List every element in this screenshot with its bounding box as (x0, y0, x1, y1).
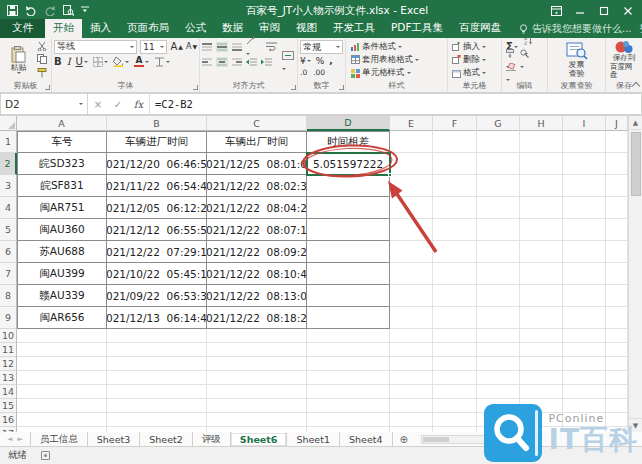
cell-H13[interactable] (520, 371, 563, 385)
cell-I4[interactable] (563, 197, 606, 219)
borders-button[interactable] (93, 57, 108, 67)
copy-icon[interactable] (37, 54, 47, 64)
cell-G2[interactable] (477, 153, 520, 175)
cell-C3[interactable]: 2021/12/22 08:02:33 (207, 175, 307, 197)
sheet-nav-right-icon[interactable]: ► (17, 435, 22, 443)
cell-F14[interactable] (433, 385, 477, 399)
cell-C4[interactable]: 2021/12/22 08:04:29 (207, 197, 307, 219)
ribbon-tab-8[interactable]: 开发工具 (325, 19, 383, 38)
cell-C13[interactable] (207, 371, 307, 385)
decrease-decimal-button[interactable]: .00 (313, 68, 325, 77)
cell-C9[interactable]: 2021/12/22 08:18:27 (207, 307, 307, 329)
qat-customize-icon[interactable] (81, 6, 89, 15)
cell-F7[interactable] (433, 263, 477, 285)
bold-button[interactable]: B (54, 56, 62, 67)
phonetic-guide-button[interactable] (154, 56, 170, 67)
row-header-4[interactable]: 4 (0, 197, 17, 219)
cell-H14[interactable] (520, 385, 563, 399)
cell-B13[interactable] (107, 371, 207, 385)
sheet-tab-员工信息[interactable]: 员工信息 (30, 432, 88, 446)
cell-I6[interactable] (563, 241, 606, 263)
column-header-G[interactable]: G (477, 116, 520, 131)
cell-D5[interactable] (307, 219, 390, 241)
cell-D9[interactable] (307, 307, 390, 329)
cell-A10[interactable] (17, 329, 107, 343)
cell-E12[interactable] (390, 357, 433, 371)
align-center-icon[interactable] (216, 57, 228, 67)
enter-icon[interactable]: ✓ (114, 99, 122, 110)
increase-indent-icon[interactable] (261, 58, 272, 66)
redo-icon[interactable] (44, 6, 56, 16)
cell-F5[interactable] (433, 219, 477, 241)
cell-E4[interactable] (390, 197, 433, 219)
cell-B15[interactable] (107, 399, 207, 413)
name-box[interactable]: D2 (0, 93, 88, 115)
row-header-11[interactable]: 11 (0, 343, 17, 357)
cell-B11[interactable] (107, 343, 207, 357)
vertical-scroll-thumb[interactable] (631, 132, 641, 196)
alignment-dialog-launcher[interactable] (291, 85, 296, 90)
format-painter-icon[interactable] (37, 68, 47, 78)
cell-G11[interactable] (477, 343, 520, 357)
column-header-A[interactable]: A (17, 116, 107, 131)
cell-C1[interactable]: 车辆出厂时间 (207, 131, 307, 153)
cell-I14[interactable] (563, 385, 606, 399)
cell-A1[interactable]: 车号 (17, 131, 107, 153)
cell-F8[interactable] (433, 285, 477, 307)
cell-A15[interactable] (17, 399, 107, 413)
cell-E8[interactable] (390, 285, 433, 307)
format-cells-button[interactable]: 格式 (452, 67, 499, 80)
formula-input[interactable]: =C2-B2 (150, 93, 642, 115)
cell-I12[interactable] (563, 357, 606, 371)
cell-I1[interactable] (563, 131, 606, 153)
cell-F13[interactable] (433, 371, 477, 385)
cell-B14[interactable] (107, 385, 207, 399)
sheet-tab-Sheet4[interactable]: Sheet4 (340, 432, 393, 446)
font-color-button[interactable]: A (134, 56, 149, 68)
cell-G9[interactable] (477, 307, 520, 329)
horizontal-scroll-thumb[interactable] (423, 437, 449, 442)
cell-D17[interactable] (307, 427, 390, 432)
cell-A6[interactable]: 苏AU688 (17, 241, 107, 263)
cell-B2[interactable]: 2021/12/20 06:46:50 (107, 153, 207, 175)
sheet-tab-Sheet6[interactable]: Sheet6 (231, 432, 288, 446)
cell-H7[interactable] (520, 263, 563, 285)
cell-F9[interactable] (433, 307, 477, 329)
cell-A4[interactable]: 闽AR751 (17, 197, 107, 219)
cell-I13[interactable] (563, 371, 606, 385)
cell-C11[interactable] (207, 343, 307, 357)
sheet-tab-Sheet2[interactable]: Sheet2 (140, 432, 193, 446)
row-header-12[interactable]: 12 (0, 357, 17, 371)
tell-me-box[interactable]: 告诉我您想要做什么... (519, 22, 632, 38)
ribbon-tab-6[interactable]: 审阅 (251, 19, 288, 38)
cell-F4[interactable] (433, 197, 477, 219)
cell-J10[interactable] (606, 329, 628, 343)
cell-E14[interactable] (390, 385, 433, 399)
cell-B8[interactable]: 2021/09/22 06:53:30 (107, 285, 207, 307)
cell-J8[interactable] (606, 285, 628, 307)
cell-E6[interactable] (390, 241, 433, 263)
cell-A8[interactable]: 赣AU339 (17, 285, 107, 307)
accounting-format-button[interactable]: ¥ (300, 56, 311, 66)
cell-F12[interactable] (433, 357, 477, 371)
cell-D7[interactable] (307, 263, 390, 285)
cell-C14[interactable] (207, 385, 307, 399)
cell-F3[interactable] (433, 175, 477, 197)
font-name-combo[interactable]: 等线 (54, 40, 137, 54)
cell-I10[interactable] (563, 329, 606, 343)
paste-dropdown-caret[interactable] (17, 72, 21, 74)
cell-G7[interactable] (477, 263, 520, 285)
maximize-icon[interactable] (592, 0, 616, 21)
cell-C16[interactable] (207, 413, 307, 427)
cell-A17[interactable] (17, 427, 107, 432)
cell-C5[interactable]: 2021/12/22 08:07:15 (207, 219, 307, 241)
cell-A7[interactable]: 闽AU399 (17, 263, 107, 285)
cell-H6[interactable] (520, 241, 563, 263)
percent-style-button[interactable]: % (316, 56, 325, 66)
cell-F1[interactable] (433, 131, 477, 153)
cell-F16[interactable] (433, 413, 477, 427)
cell-C6[interactable]: 2021/12/22 08:09:28 (207, 241, 307, 263)
cell-D4[interactable] (307, 197, 390, 219)
cell-G3[interactable] (477, 175, 520, 197)
cell-D11[interactable] (307, 343, 390, 357)
